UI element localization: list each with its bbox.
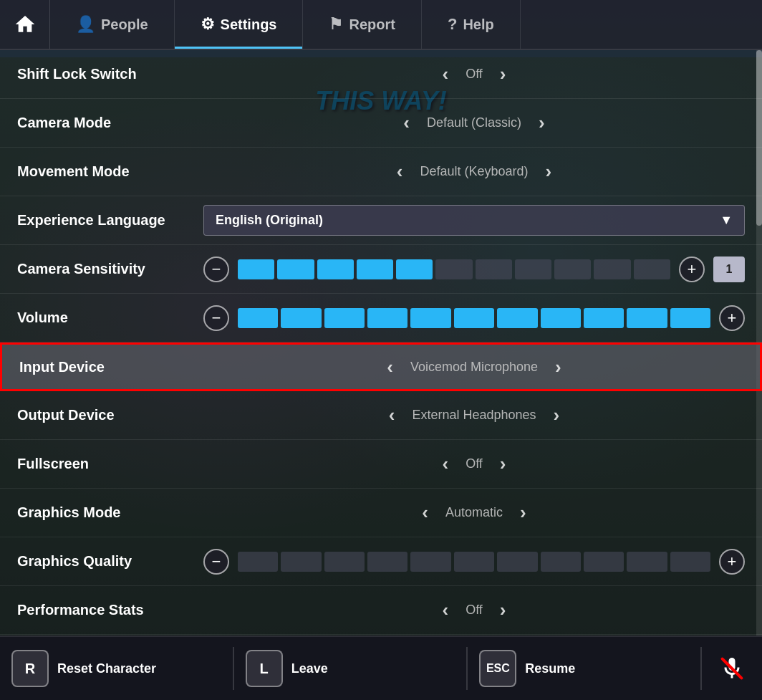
slider-segment-6	[497, 552, 537, 572]
slider-segment-0	[238, 259, 274, 279]
reset-character-label: Reset Character	[57, 661, 156, 676]
fullscreen-value: Off	[466, 456, 483, 471]
leave-action[interactable]: L Leave	[246, 650, 455, 687]
camera-sensitivity-decrease-button[interactable]: −	[203, 256, 229, 282]
slider-segment-4	[410, 308, 450, 328]
camera-mode-next-button[interactable]: ›	[533, 109, 551, 137]
ui-overlay: 👤 People ⚙ Settings ⚑ Report ? Help Shif…	[0, 0, 762, 700]
slider-segment-6	[476, 259, 512, 279]
movement-mode-next-button[interactable]: ›	[540, 158, 558, 186]
volume-control: − +	[203, 305, 745, 331]
volume-label: Volume	[17, 310, 203, 326]
performance-stats-next-button[interactable]: ›	[494, 596, 512, 624]
fullscreen-label: Fullscreen	[17, 456, 203, 472]
movement-mode-control: ‹ Default (Keyboard) ›	[203, 158, 745, 186]
output-device-next-button[interactable]: ›	[548, 401, 566, 429]
movement-mode-prev-button[interactable]: ‹	[391, 158, 409, 186]
setting-graphics-quality: Graphics Quality − +	[0, 537, 762, 586]
camera-mode-value: Default (Classic)	[427, 115, 521, 130]
camera-mode-control: ‹ Default (Classic) ›	[203, 109, 745, 137]
setting-input-device: Input Device ‹ Voicemod Microphone ›	[0, 342, 762, 391]
resume-action[interactable]: ESC Resume	[479, 650, 689, 687]
volume-decrease-button[interactable]: −	[203, 305, 229, 331]
camera-sensitivity-slider[interactable]	[238, 259, 670, 279]
graphics-quality-increase-button[interactable]: +	[719, 549, 745, 575]
performance-stats-prev-button[interactable]: ‹	[436, 596, 454, 624]
performance-stats-control: ‹ Off ›	[203, 596, 745, 624]
output-device-value: External Headphones	[412, 408, 536, 423]
movement-mode-value: Default (Keyboard)	[420, 164, 528, 179]
fullscreen-prev-button[interactable]: ‹	[436, 450, 454, 478]
reset-character-action[interactable]: R Reset Character	[11, 650, 221, 687]
camera-sensitivity-label: Camera Sensitivity	[17, 261, 203, 277]
slider-segment-3	[367, 552, 407, 572]
tab-settings[interactable]: ⚙ Settings	[175, 0, 304, 49]
slider-segment-5	[454, 308, 494, 328]
shift-lock-prev-button[interactable]: ‹	[436, 60, 454, 88]
experience-language-value: English (Original)	[216, 213, 323, 228]
scrollbar-thumb[interactable]	[756, 50, 762, 226]
tab-people-label: People	[101, 16, 148, 33]
shift-lock-control: ‹ Off ›	[203, 60, 745, 88]
setting-movement-mode: Movement Mode ‹ Default (Keyboard) ›	[0, 148, 762, 196]
output-device-label: Output Device	[17, 407, 203, 423]
input-device-prev-button[interactable]: ‹	[381, 353, 399, 381]
setting-output-device: Output Device ‹ External Headphones ›	[0, 391, 762, 440]
slider-segment-0	[238, 552, 278, 572]
setting-camera-mode: Camera Mode ‹ Default (Classic) ›	[0, 99, 762, 148]
reset-key-badge: R	[11, 650, 49, 687]
setting-volume: Volume − +	[0, 294, 762, 342]
output-device-prev-button[interactable]: ‹	[383, 401, 401, 429]
slider-segment-8	[554, 259, 591, 279]
graphics-mode-next-button[interactable]: ›	[514, 499, 532, 527]
tab-report[interactable]: ⚑ Report	[303, 0, 421, 49]
experience-language-dropdown[interactable]: English (Original) ▼	[203, 205, 745, 236]
people-icon: 👤	[76, 15, 95, 34]
settings-panel: Shift Lock Switch ‹ Off › Camera Mode ‹ …	[0, 50, 762, 636]
input-device-next-button[interactable]: ›	[549, 353, 567, 381]
graphics-quality-control: − +	[203, 549, 745, 575]
home-icon	[14, 13, 37, 36]
slider-segment-10	[670, 308, 710, 328]
slider-segment-9	[594, 259, 630, 279]
slider-segment-8	[584, 552, 624, 572]
slider-segment-4	[410, 552, 450, 572]
camera-sensitivity-value: 1	[713, 256, 745, 282]
slider-segment-1	[277, 259, 314, 279]
slider-segment-7	[515, 259, 551, 279]
tab-people[interactable]: 👤 People	[50, 0, 175, 49]
slider-segment-2	[324, 552, 365, 572]
input-device-value: Voicemod Microphone	[410, 360, 538, 375]
shift-lock-next-button[interactable]: ›	[494, 60, 512, 88]
setting-shift-lock: Shift Lock Switch ‹ Off ›	[0, 50, 762, 99]
volume-slider[interactable]	[238, 308, 710, 328]
microphone-mute-button[interactable]	[713, 650, 751, 687]
slider-segment-6	[497, 308, 537, 328]
setting-experience-language: Experience Language English (Original) ▼	[0, 196, 762, 245]
help-icon: ?	[448, 15, 457, 34]
home-button[interactable]	[0, 0, 50, 49]
divider-3	[700, 647, 702, 690]
divider-2	[466, 647, 468, 690]
tab-help[interactable]: ? Help	[422, 0, 521, 49]
output-device-control: ‹ External Headphones ›	[203, 401, 745, 429]
slider-segment-4	[396, 259, 433, 279]
setting-graphics-mode: Graphics Mode ‹ Automatic ›	[0, 489, 762, 537]
experience-language-control: English (Original) ▼	[203, 205, 745, 236]
slider-segment-2	[324, 308, 365, 328]
performance-stats-value: Off	[466, 603, 483, 618]
leave-key-badge: L	[246, 650, 283, 687]
graphics-mode-prev-button[interactable]: ‹	[416, 499, 434, 527]
volume-increase-button[interactable]: +	[719, 305, 745, 331]
camera-mode-prev-button[interactable]: ‹	[397, 109, 415, 137]
graphics-quality-label: Graphics Quality	[17, 553, 203, 570]
graphics-quality-decrease-button[interactable]: −	[203, 549, 229, 575]
report-icon: ⚑	[329, 15, 343, 34]
camera-sensitivity-increase-button[interactable]: +	[679, 256, 705, 282]
slider-segment-9	[627, 552, 667, 572]
bottom-action-bar: R Reset Character L Leave ESC Resume	[0, 636, 762, 700]
tab-report-label: Report	[349, 16, 395, 33]
setting-camera-sensitivity: Camera Sensitivity − + 1	[0, 245, 762, 294]
fullscreen-next-button[interactable]: ›	[494, 450, 512, 478]
graphics-quality-slider[interactable]	[238, 552, 710, 572]
